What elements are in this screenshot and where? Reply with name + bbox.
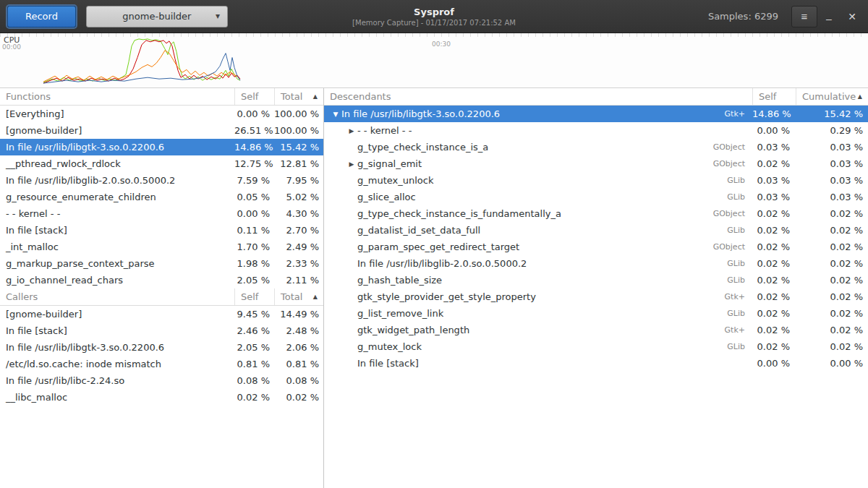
table-row[interactable]: g_type_check_instance_is_aGObject0.03 %0… xyxy=(324,139,868,155)
expander-collapsed-icon[interactable]: ▶ xyxy=(346,160,357,168)
table-row[interactable]: [Everything]0.00 %100.00 % xyxy=(0,106,323,122)
self-percent: 0.11 % xyxy=(234,225,274,236)
self-percent: 0.81 % xyxy=(234,359,274,369)
self-percent: 0.02 % xyxy=(752,208,796,219)
record-button[interactable]: Record xyxy=(7,6,76,27)
total-column-header[interactable]: Total ▲ xyxy=(274,88,323,105)
function-name: __libc_malloc xyxy=(0,392,234,403)
table-row[interactable]: __libc_malloc0.02 %0.02 % xyxy=(0,389,323,406)
callers-table: [gnome-builder]9.45 %14.49 %In file [sta… xyxy=(0,306,323,406)
table-row[interactable]: - - kernel - -0.00 %4.30 % xyxy=(0,205,323,222)
category-label: GObject xyxy=(702,142,752,152)
function-name: - - kernel - - xyxy=(0,208,234,219)
table-row[interactable]: In file [stack]0.00 %0.00 % xyxy=(324,355,868,372)
self-percent: 0.02 % xyxy=(752,341,796,352)
functions-table-header: Functions Self Total ▲ xyxy=(0,88,323,106)
table-row[interactable]: __pthread_rwlock_rdlock12.75 %12.81 % xyxy=(0,155,323,172)
table-row[interactable]: [gnome-builder]9.45 %14.49 % xyxy=(0,306,323,322)
cumulative-percent: 0.02 % xyxy=(796,325,868,335)
process-selector-label: gnome-builder xyxy=(122,11,191,22)
table-row[interactable]: g_datalist_id_set_data_fullGLib0.02 %0.0… xyxy=(324,222,868,239)
self-column-header[interactable]: Self xyxy=(234,288,274,305)
table-row[interactable]: In file [stack]0.11 %2.70 % xyxy=(0,222,323,239)
function-name: gtk_widget_path_length xyxy=(357,325,469,335)
total-column-label: Total xyxy=(281,291,302,302)
total-column-label: Total xyxy=(281,91,302,102)
self-percent: 1.70 % xyxy=(234,241,274,252)
expander-expanded-icon[interactable]: ▼ xyxy=(330,111,341,118)
table-row[interactable]: gtk_widget_path_lengthGtk+0.02 %0.02 % xyxy=(324,322,868,338)
descendant-name-cell: g_mutex_lock xyxy=(324,341,702,352)
table-row[interactable]: g_param_spec_get_redirect_targetGObject0… xyxy=(324,239,868,255)
descendant-name-cell: g_datalist_id_set_data_full xyxy=(324,225,702,236)
table-row[interactable]: In file /usr/lib/libglib-2.0.so.0.5000.2… xyxy=(0,172,323,189)
function-name: [gnome-builder] xyxy=(0,309,234,320)
callers-column-header[interactable]: Callers xyxy=(0,288,234,305)
table-row[interactable]: /etc/ld.so.cache: inode mismatch0.81 %0.… xyxy=(0,356,323,372)
category-label: GObject xyxy=(702,209,752,218)
table-row[interactable]: g_hash_table_sizeGLib0.02 %0.02 % xyxy=(324,272,868,288)
self-percent: 26.51 % xyxy=(234,125,274,136)
function-name: g_list_remove_link xyxy=(357,308,443,319)
function-name: g_signal_emit xyxy=(357,158,422,169)
table-row[interactable]: ▼In file /usr/lib/libgtk-3.so.0.2200.6Gt… xyxy=(324,106,868,122)
table-row[interactable]: g_slice_allocGLib0.03 %0.03 % xyxy=(324,189,868,205)
table-row[interactable]: gtk_style_provider_get_style_propertyGtk… xyxy=(324,288,868,305)
table-row[interactable]: In file /usr/lib/libgtk-3.so.0.2200.614.… xyxy=(0,139,323,155)
capture-subtitle: [Memory Capture] - 01/17/2017 07:21:52 A… xyxy=(352,19,516,27)
cumulative-percent: 0.29 % xyxy=(796,125,868,136)
minimize-button[interactable]: – xyxy=(817,6,841,27)
self-percent: 0.02 % xyxy=(234,392,274,403)
total-percent: 4.30 % xyxy=(274,208,323,219)
function-name: In file /usr/lib/libglib-2.0.so.0.5000.2 xyxy=(357,258,527,269)
total-column-header[interactable]: Total ▲ xyxy=(274,288,323,305)
minimize-icon: – xyxy=(826,13,832,25)
cumulative-column-header[interactable]: Cumulative ▲ xyxy=(796,88,868,105)
table-row[interactable]: g_markup_parse_context_parse1.98 %2.33 % xyxy=(0,255,323,272)
table-row[interactable]: _int_malloc1.70 %2.49 % xyxy=(0,239,323,255)
table-row[interactable]: In file /usr/lib/libgtk-3.so.0.2200.62.0… xyxy=(0,339,323,356)
table-row[interactable]: ▶- - kernel - -0.00 %0.29 % xyxy=(324,122,868,139)
cumulative-percent: 0.02 % xyxy=(796,258,868,269)
total-percent: 0.08 % xyxy=(274,375,323,386)
function-name: - - kernel - - xyxy=(357,125,412,136)
table-row[interactable]: [gnome-builder]26.51 %100.00 % xyxy=(0,122,323,139)
table-row[interactable]: g_mutex_lockGLib0.02 %0.02 % xyxy=(324,338,868,355)
header-right-controls: Samples: 6299 ≡ – ✕ xyxy=(708,6,864,27)
descendant-name-cell: g_hash_table_size xyxy=(324,275,702,286)
descendant-name-cell: ▶- - kernel - - xyxy=(324,125,702,136)
total-percent: 5.02 % xyxy=(274,192,323,202)
function-name: g_datalist_id_set_data_full xyxy=(357,225,480,236)
table-row[interactable]: In file /usr/lib/libc-2.24.so0.08 %0.08 … xyxy=(0,372,323,389)
close-button[interactable]: ✕ xyxy=(841,6,864,27)
close-icon: ✕ xyxy=(848,11,856,22)
table-row[interactable]: g_list_remove_linkGLib0.02 %0.02 % xyxy=(324,305,868,322)
total-percent: 7.95 % xyxy=(274,175,323,186)
table-row[interactable]: In file /usr/lib/libglib-2.0.so.0.5000.2… xyxy=(324,255,868,272)
cumulative-percent: 0.03 % xyxy=(796,192,868,202)
table-row[interactable]: g_io_channel_read_chars2.05 %2.11 % xyxy=(0,272,323,288)
cumulative-percent: 0.03 % xyxy=(796,158,868,169)
callers-table-header: Callers Self Total ▲ xyxy=(0,288,323,306)
descendant-name-cell: ▼In file /usr/lib/libgtk-3.so.0.2200.6 xyxy=(324,108,702,119)
function-name: In file /usr/lib/libgtk-3.so.0.2200.6 xyxy=(0,142,234,153)
table-row[interactable]: ▶g_signal_emitGObject0.02 %0.03 % xyxy=(324,155,868,172)
table-row[interactable]: g_mutex_unlockGLib0.03 %0.03 % xyxy=(324,172,868,189)
descendant-name-cell: gtk_widget_path_length xyxy=(324,325,702,335)
cumulative-percent: 0.02 % xyxy=(796,341,868,352)
table-row[interactable]: g_type_check_instance_is_fundamentally_a… xyxy=(324,205,868,222)
menu-button[interactable]: ≡ xyxy=(791,6,817,27)
self-column-header[interactable]: Self xyxy=(752,88,796,105)
functions-table: [Everything]0.00 %100.00 %[gnome-builder… xyxy=(0,106,323,288)
expander-collapsed-icon[interactable]: ▶ xyxy=(346,127,357,134)
function-name: gtk_style_provider_get_style_property xyxy=(357,291,536,302)
table-row[interactable]: In file [stack]2.46 %2.48 % xyxy=(0,322,323,339)
category-label: GLib xyxy=(702,176,752,185)
cpu-timeline[interactable]: CPU 00:00 00:30 xyxy=(0,33,868,88)
total-percent: 2.33 % xyxy=(274,258,323,269)
process-selector-dropdown[interactable]: gnome-builder ▾ xyxy=(86,6,228,27)
table-row[interactable]: g_resource_enumerate_children0.05 %5.02 … xyxy=(0,189,323,205)
self-column-header[interactable]: Self xyxy=(234,88,274,105)
descendants-column-header[interactable]: Descendants xyxy=(324,88,752,105)
functions-column-header[interactable]: Functions xyxy=(0,88,234,105)
